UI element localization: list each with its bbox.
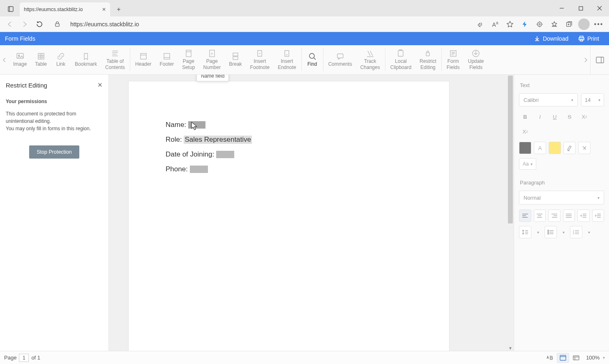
ribbon-image-button[interactable]: Image (9, 45, 31, 74)
bullet-list-button[interactable] (544, 226, 557, 238)
browser-tab-strip: https://euumcs.stackblitz.io ✕ + (0, 0, 609, 16)
ribbon-scroll-left[interactable] (0, 45, 9, 74)
profile-avatar[interactable] (577, 18, 591, 31)
bullet-list-menu[interactable]: ▾ (559, 226, 567, 238)
address-bar: https://euumcs.stackblitz.io Aa ••• (0, 16, 609, 32)
svg-rect-26 (164, 53, 170, 59)
text-size-icon[interactable]: Aa (488, 18, 502, 31)
align-right-button[interactable] (548, 210, 561, 222)
nav-back-button[interactable] (3, 18, 16, 31)
nav-forward-button[interactable] (18, 18, 31, 31)
ribbon-comments-button[interactable]: Comments (324, 45, 356, 74)
ribbon-insert-endnote-button[interactable]: Insert Endnote (274, 45, 300, 74)
ribbon-restrict-editing-button[interactable]: Restrict Editing (415, 45, 441, 74)
extensions-icon[interactable] (533, 18, 547, 31)
highlight-color-swatch[interactable] (549, 142, 561, 154)
url-field[interactable]: https://euumcs.stackblitz.io (66, 18, 472, 30)
tab-actions-button[interactable] (4, 2, 17, 16)
spell-check-icon[interactable] (544, 353, 556, 363)
ribbon-find-button[interactable]: Find (302, 45, 322, 74)
ribbon-page-setup-button[interactable]: Page Setup (178, 45, 199, 74)
ribbon-link-button[interactable]: Link (51, 45, 71, 74)
stop-protection-button[interactable]: Stop Protection (29, 145, 79, 159)
number-list-menu[interactable]: ▾ (585, 226, 593, 238)
ribbon-footer-button[interactable]: Footer (155, 45, 178, 74)
font-color-swatch[interactable] (519, 142, 531, 154)
indent-increase-button[interactable] (592, 210, 604, 222)
name-label: Name: (166, 121, 186, 129)
font-color-button[interactable]: A (534, 142, 546, 154)
scrollbar-thumb[interactable] (508, 76, 513, 223)
font-size-select[interactable]: 14▾ (581, 93, 604, 106)
favorite-star-icon[interactable] (503, 18, 517, 31)
paragraph-style-select[interactable]: Normal▾ (519, 191, 604, 205)
print-layout-view-icon[interactable] (557, 353, 569, 363)
ribbon-bookmark-button[interactable]: Bookmark (71, 45, 101, 74)
align-center-button[interactable] (534, 210, 546, 222)
print-button[interactable]: Print (573, 32, 604, 45)
zoom-control[interactable]: 100% ▾ (586, 355, 605, 361)
nav-refresh-button[interactable] (33, 18, 46, 31)
vertical-scrollbar[interactable]: ▲ ▼ (507, 75, 514, 351)
highlight-button[interactable] (563, 142, 576, 154)
read-aloud-icon[interactable] (473, 18, 487, 31)
web-layout-view-icon[interactable] (570, 353, 582, 363)
favorites-icon[interactable] (547, 18, 561, 31)
superscript-button[interactable]: X2 (578, 111, 591, 123)
more-menu-icon[interactable]: ••• (592, 18, 606, 31)
ribbon-table-button[interactable]: Table (31, 45, 51, 74)
ribbon-separator (301, 48, 302, 71)
ribbon-scroll-right[interactable] (581, 45, 590, 74)
change-case-button[interactable]: Aa▾ (519, 158, 536, 170)
ribbon-update-fields-button[interactable]: Update Fields (464, 45, 488, 74)
strikethrough-button[interactable]: S (563, 111, 576, 123)
svg-rect-3 (579, 7, 583, 10)
role-field[interactable]: Sales Representative (184, 136, 252, 144)
number-list-button[interactable]: 123 (570, 226, 582, 238)
date-of-joining-field[interactable] (216, 151, 234, 158)
line-spacing-button[interactable] (519, 226, 531, 238)
role-label: Role: (166, 136, 182, 144)
font-family-select[interactable]: Calibri▾ (519, 93, 578, 106)
ribbon-track-changes-button[interactable]: Track Changes (356, 45, 384, 74)
tab-close-icon[interactable]: ✕ (102, 7, 106, 12)
panel-close-icon[interactable]: ✕ (97, 81, 103, 89)
ribbon-separator (323, 48, 323, 71)
ribbon-pane-toggle[interactable] (590, 45, 609, 74)
ribbon-separator (130, 48, 130, 71)
svg-rect-12 (580, 39, 583, 41)
download-button[interactable]: Download (529, 32, 573, 45)
ribbon-page-number-button[interactable]: #Page Number (199, 45, 225, 74)
ribbon-local-clipboard-button[interactable]: Local Clipboard (386, 45, 415, 74)
stackblitz-icon[interactable] (518, 18, 532, 31)
mouse-cursor-icon (191, 122, 198, 131)
window-minimize-button[interactable] (552, 0, 571, 16)
indent-decrease-button[interactable] (577, 210, 590, 222)
collections-icon[interactable] (562, 18, 576, 31)
scroll-down-icon[interactable]: ▼ (507, 345, 514, 351)
line-spacing-menu[interactable]: ▾ (534, 226, 542, 238)
phone-field[interactable] (190, 166, 208, 173)
subscript-button[interactable]: X2 (519, 125, 531, 138)
clear-format-button[interactable] (578, 142, 591, 154)
underline-button[interactable]: U (549, 111, 561, 123)
ribbon-header-button[interactable]: Header (131, 45, 155, 74)
new-tab-button[interactable]: + (113, 3, 125, 16)
window-maximize-button[interactable] (571, 0, 590, 16)
ribbon-form-fields-button[interactable]: Form Fields (443, 45, 464, 74)
bold-button[interactable]: B (519, 111, 531, 123)
status-bar: Page of 1 100% ▾ (0, 351, 609, 364)
browser-tab[interactable]: https://euumcs.stackblitz.io ✕ (20, 2, 110, 16)
svg-point-70 (548, 233, 549, 234)
page-number-input[interactable] (19, 354, 29, 362)
italic-button[interactable]: I (534, 111, 546, 123)
ribbon-table-of-contents-button[interactable]: Table of Contents (101, 45, 129, 74)
align-justify-button[interactable] (563, 210, 575, 222)
app-header: Form Fields Download Print (0, 32, 609, 45)
document-page[interactable]: Name field Name: Role: Sales Representat… (129, 81, 449, 351)
ribbon-insert-footnote-button[interactable]: Insert Footnote (246, 45, 274, 74)
svg-rect-39 (426, 53, 429, 56)
align-left-button[interactable] (519, 210, 531, 222)
window-close-button[interactable] (590, 0, 609, 16)
ribbon-break-button[interactable]: Break (225, 45, 246, 74)
